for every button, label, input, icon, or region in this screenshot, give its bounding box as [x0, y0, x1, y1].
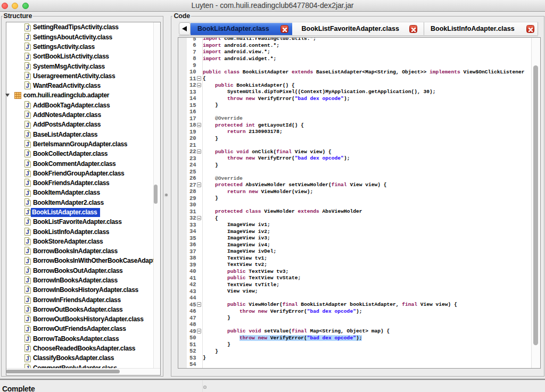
- svg-text:J: J: [26, 209, 29, 215]
- svg-text:J: J: [26, 297, 29, 303]
- svg-text:J: J: [26, 161, 29, 167]
- svg-text:J: J: [26, 170, 29, 177]
- svg-text:J: J: [26, 112, 29, 119]
- svg-text:J: J: [26, 355, 29, 362]
- svg-text:J: J: [26, 141, 29, 147]
- svg-text:J: J: [26, 326, 29, 332]
- svg-text:J: J: [26, 24, 29, 31]
- svg-text:J: J: [26, 151, 29, 157]
- svg-text:J: J: [26, 336, 29, 342]
- svg-text:J: J: [26, 122, 29, 128]
- svg-text:J: J: [26, 54, 29, 60]
- svg-text:J: J: [26, 83, 29, 89]
- svg-text:J: J: [26, 102, 29, 109]
- svg-text:J: J: [26, 34, 29, 40]
- svg-text:J: J: [26, 219, 29, 226]
- svg-text:J: J: [26, 190, 29, 196]
- svg-text:J: J: [26, 268, 29, 274]
- svg-text:J: J: [26, 199, 29, 206]
- svg-text:J: J: [26, 287, 29, 294]
- svg-text:J: J: [26, 248, 29, 255]
- svg-text:J: J: [26, 63, 29, 70]
- svg-text:J: J: [26, 44, 29, 51]
- svg-text:J: J: [26, 73, 29, 79]
- svg-text:J: J: [26, 306, 29, 313]
- svg-text:J: J: [26, 229, 29, 235]
- svg-text:J: J: [26, 180, 29, 187]
- svg-text:J: J: [26, 316, 29, 323]
- svg-text:J: J: [26, 346, 29, 352]
- svg-text:J: J: [26, 277, 29, 283]
- svg-text:J: J: [26, 258, 29, 264]
- svg-text:J: J: [26, 131, 29, 138]
- svg-text:J: J: [26, 238, 29, 245]
